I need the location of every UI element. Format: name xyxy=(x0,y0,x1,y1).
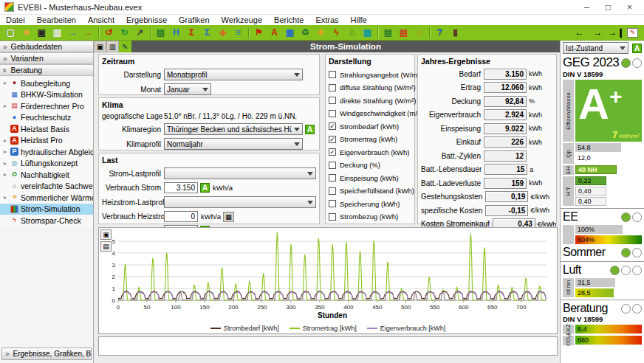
sun-icon[interactable]: ☀ xyxy=(314,27,328,39)
photovoltaik-icon[interactable]: ▦ xyxy=(283,27,297,39)
sidebar-item-baubegleitung[interactable]: ▸●Baubegleitung xyxy=(0,77,93,89)
expand-arrow-icon[interactable]: ▸ xyxy=(2,171,8,178)
checkbox-checked-icon[interactable]: ✓ xyxy=(329,148,336,156)
checkbox-strombezug-kwh[interactable]: Strombezug (kWh) xyxy=(329,212,411,221)
strom-lastprofil-select[interactable] xyxy=(164,167,316,179)
expand-arrow-icon[interactable]: ▸ xyxy=(2,137,8,144)
checkbox-checked-icon[interactable]: ✓ xyxy=(329,136,336,143)
checkbox-unchecked-icon[interactable] xyxy=(329,84,336,91)
checkbox-einspeisung-kwh[interactable]: Einspeisung (kWh) xyxy=(329,174,411,182)
monat-select[interactable]: Januar xyxy=(164,83,211,95)
beratung-status-dot-2[interactable] xyxy=(632,304,642,314)
sidebar-item-hydraulischer-abgleich[interactable]: ▸Phydraulischer Abgleich xyxy=(0,146,93,158)
maximize-button[interactable]: □ xyxy=(606,1,611,14)
energy-house-icon[interactable]: ⌂ xyxy=(412,27,426,39)
checkbox-strombedarf-kwh[interactable]: ✓Strombedarf (kWh) xyxy=(329,122,411,131)
verbrauch-strom-auto-badge[interactable]: A xyxy=(200,183,210,193)
help-icon[interactable]: ? xyxy=(433,27,447,39)
sommer-status-dot-2[interactable] xyxy=(632,248,642,257)
checkbox-direkte-strahlung-w-m[interactable]: direkte Strahlung (W/m²) xyxy=(329,97,411,105)
menu-ansicht[interactable]: Ansicht xyxy=(82,15,120,24)
exit-icon[interactable]: ▮ xyxy=(448,27,462,39)
sidebar-item-strom-simulation[interactable]: Strom-Simulation xyxy=(0,204,93,215)
magic-wand-button[interactable]: ✎ xyxy=(119,41,131,52)
chart-edit-icon[interactable]: ✎ xyxy=(627,28,638,38)
sidebar-item-förderrechner-pro[interactable]: ▸▤Förderrechner Pro xyxy=(0,100,93,112)
expand-arrow-icon[interactable]: ▸ xyxy=(2,194,8,201)
klimaregion-auto-badge[interactable]: A xyxy=(305,125,315,134)
sidebar-bottom-button[interactable]: » Ergebnisse, Grafiken, Be... xyxy=(1,348,92,360)
report-document-icon[interactable]: ▤ xyxy=(154,27,168,39)
menu-hilfe[interactable]: Hilfe xyxy=(345,15,373,24)
checkbox-unchecked-icon[interactable] xyxy=(329,174,336,182)
lightning-icon[interactable]: ϟ xyxy=(329,27,343,39)
minimize-button[interactable]: – xyxy=(584,1,589,14)
workflow-icon[interactable]: ◈ xyxy=(216,27,230,39)
simulation-chart[interactable]: 0123450501001502002503003504004505005506… xyxy=(99,228,557,319)
menu-werkzeuge[interactable]: Werkzeuge xyxy=(216,15,268,24)
sidebar-item-sommerlicher-wärmeschutz[interactable]: ▸☀Sommerlicher Wärmeschutz xyxy=(0,192,93,204)
checkbox-unchecked-icon[interactable] xyxy=(329,110,336,117)
expand-arrow-icon[interactable]: ▸ xyxy=(2,160,8,167)
copy-variant-button[interactable]: ▥ xyxy=(106,41,119,52)
darstellung-select[interactable]: Monatsprofil xyxy=(164,69,303,80)
checkbox-strahlungsangebot-w-m[interactable]: Strahlungsangebot (W/m²) xyxy=(329,71,411,79)
navigate-forward-icon[interactable]: → xyxy=(591,27,605,39)
save-simulation-button[interactable]: ▣ xyxy=(94,41,106,52)
luft-status-dot-2[interactable] xyxy=(621,266,631,275)
variant-auto-badge[interactable]: A xyxy=(632,44,642,53)
checkbox-unchecked-icon[interactable] xyxy=(329,162,336,169)
redo-icon[interactable]: ↻ xyxy=(117,27,131,39)
expand-arrow-icon[interactable]: ▸ xyxy=(2,80,8,86)
heizstrom-lastprofil-select[interactable] xyxy=(164,196,316,208)
checkbox-diffuse-strahlung-w-m[interactable]: diffuse Strahlung (W/m²) xyxy=(329,83,411,91)
expand-arrow-icon[interactable]: ▸ xyxy=(2,148,8,155)
checkbox-speicherfüllstand-kwh[interactable]: Speicherfüllstand (kWh) xyxy=(329,187,411,195)
checkbox-unchecked-icon[interactable] xyxy=(329,71,336,78)
menu-ergebnisse[interactable]: Ergebnisse xyxy=(120,15,173,24)
calculator-icon[interactable]: ▦ xyxy=(223,212,234,222)
eco-globe-icon[interactable]: ♻ xyxy=(298,27,312,39)
sommer-status-dot-1[interactable] xyxy=(621,248,631,257)
verbrauch-heizstrom-input[interactable] xyxy=(164,211,198,222)
geg-status-dot-2[interactable] xyxy=(632,58,642,68)
beratung-status-dot-1[interactable] xyxy=(621,304,631,314)
open-folder-icon[interactable]: ■ xyxy=(19,27,33,39)
checkbox-unchecked-icon[interactable] xyxy=(329,213,336,221)
save-chart-button[interactable]: ▣ xyxy=(100,229,112,240)
checkbox-deckung[interactable]: Deckung (%) xyxy=(329,161,411,169)
verbrauch-strom-input[interactable] xyxy=(164,182,198,193)
save-icon[interactable]: ▣ xyxy=(35,27,49,39)
luft-status-dot-3[interactable] xyxy=(632,266,642,275)
house-green-icon[interactable]: ⌂ xyxy=(345,27,359,39)
variant-select[interactable]: Ist-Zustand xyxy=(563,42,628,54)
export-chart-button[interactable]: ▤ xyxy=(100,241,112,252)
checkbox-eigenverbrauch-kwh[interactable]: ✓Eigenverbrauch (kWh) xyxy=(329,148,411,156)
menu-datei[interactable]: Datei xyxy=(0,15,31,24)
checkbox-unchecked-icon[interactable] xyxy=(329,97,336,104)
sidebar-item-lüftungskonzept[interactable]: ▸◎Lüftungskonzept xyxy=(0,158,93,170)
magic-wand-icon[interactable]: ↗ xyxy=(133,27,147,39)
checkbox-windgeschwindigkeit-m-s[interactable]: Windgeschwindigkeit (m/s) xyxy=(329,109,411,117)
copy-icon[interactable]: ▥ xyxy=(50,27,64,39)
geg-status-dot-1[interactable] xyxy=(621,58,631,68)
luft-status-dot-1[interactable] xyxy=(610,266,620,275)
checkbox-unchecked-icon[interactable] xyxy=(329,187,336,195)
sidebar-item-feuchteschutz[interactable]: ●Feuchteschutz xyxy=(0,112,93,124)
menu-extras[interactable]: Extras xyxy=(309,15,344,24)
reference-values-icon[interactable]: H xyxy=(169,27,183,39)
sidebar-section-beratung[interactable]: »Beratung xyxy=(0,64,93,76)
checkbox-checked-icon[interactable]: ✓ xyxy=(329,122,336,130)
sidebar-item-nachhaltigkeit[interactable]: ▸♻Nachhaltigkeit xyxy=(0,169,93,181)
sidebar-section-gebäudedaten[interactable]: »Gebäudedaten xyxy=(0,41,93,52)
sum-energy-icon[interactable]: Σ xyxy=(200,27,214,39)
flag-icon[interactable]: ⚑ xyxy=(252,27,266,39)
klimaregion-select[interactable]: Thüringer Becken und sächsisches Hügella… xyxy=(164,123,303,135)
navigate-last-icon[interactable]: →❙ xyxy=(609,27,623,39)
menu-berichte[interactable]: Berichte xyxy=(268,15,309,24)
klimaprofil-select[interactable]: Normaljahr xyxy=(164,138,303,150)
checkbox-stromertrag-kwh[interactable]: ✓Stromertrag (kWh) xyxy=(329,135,411,143)
export-icon[interactable]: → xyxy=(81,27,95,39)
menu-bearbeiten[interactable]: Bearbeiten xyxy=(31,15,82,24)
doc-check-icon[interactable]: ▤ xyxy=(381,27,395,39)
